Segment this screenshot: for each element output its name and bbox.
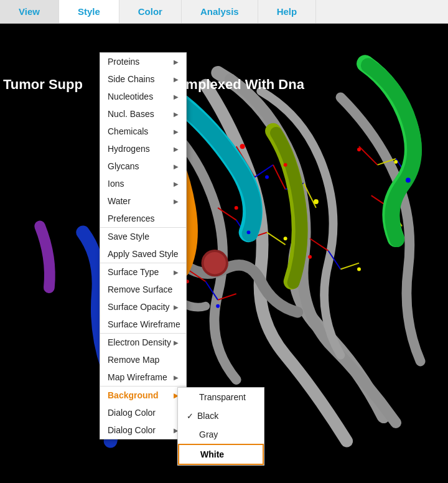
style-dropdown: Proteins ▶ Side Chains ▶ Nucleotides ▶ N… [100,52,187,439]
menu-ions[interactable]: Ions ▶ [100,175,186,192]
bg-gray[interactable]: Gray [178,425,264,444]
chevron-icon: ▶ [174,304,179,311]
menu-surface-wireframe[interactable]: Surface Wireframe [100,316,186,333]
chevron-icon: ▶ [174,198,179,205]
svg-point-35 [308,255,312,259]
menu-nucl-bases[interactable]: Nucl. Bases ▶ [100,105,186,123]
chevron-icon: ▶ [174,163,179,170]
menu-nucleotides[interactable]: Nucleotides ▶ [100,88,186,105]
menu-side-chains[interactable]: Side Chains ▶ [100,70,186,88]
chevron-icon: ▶ [174,339,179,346]
menu-surface-opacity[interactable]: Surface Opacity ▶ [100,298,186,316]
chevron-icon: ▶ [174,93,179,100]
menu-view[interactable]: View [0,0,59,23]
menubar: View Style Color Analysis Help [0,0,448,24]
menu-dialog-color-2[interactable]: Dialog Color ▶ [100,421,186,439]
menu-water[interactable]: Water ▶ [100,192,186,210]
menu-glycans[interactable]: Glycans ▶ [100,157,186,175]
chevron-icon: ▶ [174,59,179,65]
bg-black[interactable]: ✓ Black [178,406,264,425]
menu-color[interactable]: Color [119,0,182,23]
svg-point-32 [406,178,411,183]
menu-save-style[interactable]: Save Style [100,227,186,245]
svg-point-23 [240,144,245,149]
bg-white[interactable]: White [178,444,264,465]
chevron-icon: ▶ [174,181,179,187]
svg-point-34 [216,304,220,308]
menu-electron-density[interactable]: Electron Density ▶ [100,333,186,351]
menu-help[interactable]: Help [258,0,317,23]
chevron-icon: ▶ [174,111,179,118]
svg-point-26 [314,199,319,204]
menu-chemicals[interactable]: Chemicals ▶ [100,123,186,140]
menu-hydrogens[interactable]: Hydrogens ▶ [100,140,186,157]
chevron-icon: ▶ [174,128,179,135]
svg-point-24 [265,176,269,179]
chevron-icon: ▶ [174,269,179,276]
menu-surface-type[interactable]: Surface Type ▶ [100,263,186,281]
menu-preferences[interactable]: Preferences [100,210,186,227]
svg-point-29 [284,237,287,240]
chevron-icon: ▶ [174,76,179,83]
svg-point-30 [357,148,361,151]
menu-style[interactable]: Style [59,0,119,23]
background-submenu: Transparent ✓ Black Gray White [177,387,264,466]
menu-background[interactable]: Background ▶ [100,386,186,404]
svg-point-27 [235,206,238,210]
menu-map-wireframe[interactable]: Map Wireframe ▶ [100,368,186,386]
menu-remove-map[interactable]: Remove Map [100,351,186,368]
check-icon: ✓ [187,411,194,421]
bg-transparent[interactable]: Transparent [178,388,264,406]
svg-point-28 [246,230,250,234]
menu-apply-saved-style[interactable]: Apply Saved Style [100,245,186,263]
menu-analysis[interactable]: Analysis [182,0,258,23]
mol-viewport: Tumor Supp Complexed With Dna Proteins ▶… [0,24,448,472]
chevron-icon: ▶ [174,146,179,152]
svg-point-25 [284,163,287,167]
menu-proteins[interactable]: Proteins ▶ [100,53,186,70]
svg-point-22 [203,252,226,274]
menu-dialog-color-1[interactable]: Dialog Color [100,404,186,421]
chevron-icon: ▶ [174,374,179,381]
svg-point-36 [357,268,361,271]
menu-remove-surface[interactable]: Remove Surface [100,281,186,298]
svg-point-31 [394,160,398,164]
